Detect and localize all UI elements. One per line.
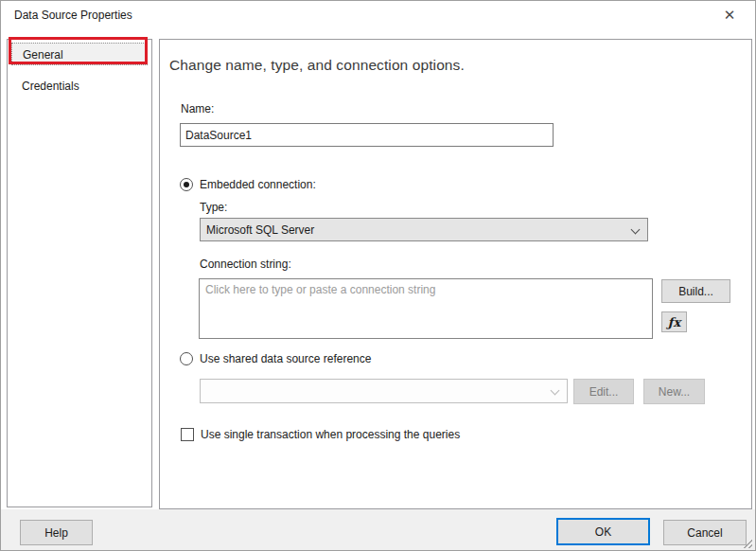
sidebar-item-label: General xyxy=(23,48,63,62)
sidebar-item-general[interactable]: General xyxy=(11,43,148,65)
close-button[interactable]: ✕ xyxy=(710,1,749,29)
expression-fx-button[interactable]: ƒx xyxy=(661,311,687,332)
connection-string-textarea[interactable] xyxy=(199,278,653,339)
title-bar: Data Source Properties ✕ xyxy=(1,1,755,29)
sidebar-panel: General Credentials xyxy=(7,39,152,507)
type-dropdown[interactable]: Microsoft SQL Server xyxy=(200,218,648,241)
ok-button[interactable]: OK xyxy=(556,518,650,545)
sidebar-item-credentials[interactable]: Credentials xyxy=(11,75,148,98)
single-transaction-label: Use single transaction when processing t… xyxy=(201,428,460,441)
type-label: Type: xyxy=(200,201,227,214)
main-panel: Change name, type, and connection option… xyxy=(159,39,752,509)
chevron-down-icon xyxy=(631,225,641,235)
embedded-connection-radio[interactable] xyxy=(180,178,193,191)
window-title: Data Source Properties xyxy=(14,9,132,22)
fx-icon: ƒx xyxy=(668,315,680,329)
help-button[interactable]: Help xyxy=(20,520,93,545)
shared-data-source-label: Use shared data source reference xyxy=(200,352,371,365)
close-icon: ✕ xyxy=(724,7,736,24)
type-dropdown-value: Microsoft SQL Server xyxy=(206,223,314,237)
cancel-button[interactable]: Cancel xyxy=(663,520,747,545)
connection-string-label: Connection string: xyxy=(200,258,291,271)
build-button[interactable]: Build... xyxy=(661,279,730,303)
sidebar-item-label: Credentials xyxy=(22,80,79,93)
name-input[interactable] xyxy=(180,123,554,147)
data-source-properties-dialog: Data Source Properties ✕ General Credent… xyxy=(0,0,756,551)
page-title: Change name, type, and connection option… xyxy=(169,57,465,74)
embedded-connection-label: Embedded connection: xyxy=(200,178,316,191)
shared-data-source-dropdown[interactable] xyxy=(200,379,568,403)
name-label: Name: xyxy=(181,102,214,116)
chevron-down-icon xyxy=(551,386,560,396)
footer-bar: Help OK Cancel xyxy=(1,509,755,551)
shared-data-source-radio[interactable] xyxy=(180,352,193,365)
single-transaction-checkbox[interactable] xyxy=(181,428,194,441)
edit-button[interactable]: Edit... xyxy=(573,379,634,404)
new-button[interactable]: New... xyxy=(643,379,705,404)
